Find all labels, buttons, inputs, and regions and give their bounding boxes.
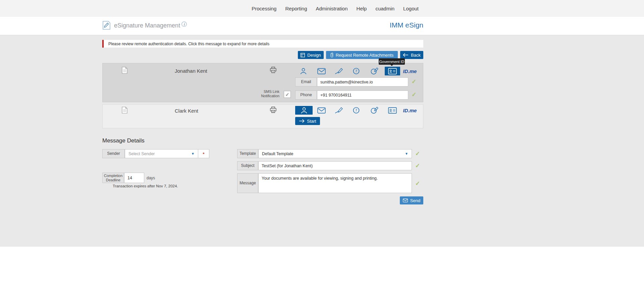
start-arrow-icon bbox=[299, 119, 305, 123]
security-questions-icon[interactable]: ? bbox=[349, 106, 364, 115]
email-auth-icon[interactable] bbox=[314, 67, 329, 75]
signer-icon[interactable] bbox=[295, 106, 313, 115]
email-valid-icon: ✓ bbox=[412, 78, 416, 85]
idme-button[interactable]: ID.me bbox=[402, 67, 418, 75]
nav-item-administration[interactable]: Administration bbox=[316, 6, 348, 11]
nav-item-help[interactable]: Help bbox=[357, 6, 367, 11]
design-icon bbox=[301, 53, 305, 57]
days-label: days bbox=[147, 176, 155, 180]
email-input[interactable] bbox=[317, 77, 408, 86]
message-textarea[interactable]: Your documents are available for viewing… bbox=[258, 173, 412, 193]
phone-valid-icon: ✓ bbox=[412, 91, 416, 98]
template-valid-icon: ✓ bbox=[415, 150, 420, 157]
nav-item-logout[interactable]: Logout bbox=[403, 6, 419, 11]
idme-logo: ID.me bbox=[403, 108, 417, 113]
back-arrow-icon bbox=[403, 53, 409, 57]
phone-label: Phone bbox=[295, 90, 317, 100]
sender-select[interactable]: Select Sender ▼ bbox=[125, 149, 198, 158]
chevron-down-icon: ▼ bbox=[191, 152, 195, 156]
notification-banner[interactable]: Please review remote authentication deta… bbox=[102, 40, 423, 48]
brand-logo: IMM eSign bbox=[390, 21, 423, 29]
chevron-down-icon: ▼ bbox=[405, 152, 408, 156]
page-title: eSignature Management bbox=[114, 22, 180, 29]
completion-deadline-label: Completion Deadline bbox=[102, 173, 124, 183]
recipient-row-jonathan-kent: Jonathan Kent ? ID.me Email ✓ SMS Link N… bbox=[102, 63, 423, 102]
template-label: Template bbox=[237, 149, 258, 158]
request-remote-attachments-button[interactable]: Request Remote Attachments bbox=[326, 51, 398, 59]
paperclip-icon bbox=[330, 52, 333, 58]
nav-item-processing[interactable]: Processing bbox=[252, 6, 276, 11]
signature-icon[interactable] bbox=[331, 106, 347, 115]
completion-deadline-input[interactable] bbox=[124, 173, 144, 183]
government-id-tooltip: Government ID bbox=[379, 58, 405, 65]
remote-signature-icon[interactable] bbox=[367, 67, 382, 75]
sender-required-indicator: * bbox=[198, 149, 209, 158]
sender-selected-value: Select Sender bbox=[128, 152, 155, 156]
send-envelope-icon bbox=[403, 198, 408, 202]
subject-label: Subject bbox=[237, 161, 258, 170]
message-details-heading: Message Details bbox=[102, 137, 145, 144]
email-label: Email bbox=[295, 77, 317, 86]
expiration-note: Transaction expires after Nov 7, 2024. bbox=[113, 184, 178, 188]
email-auth-icon[interactable] bbox=[314, 106, 329, 115]
start-button[interactable]: Start bbox=[295, 117, 320, 125]
sms-notification-checkbox[interactable]: ✓ bbox=[284, 91, 291, 98]
remote-signature-icon[interactable] bbox=[367, 106, 382, 115]
sender-label: Sender bbox=[102, 149, 125, 158]
template-selected-value: Default Template bbox=[262, 152, 293, 156]
design-button[interactable]: Design bbox=[298, 51, 324, 59]
send-button[interactable]: Send bbox=[400, 196, 423, 204]
template-select[interactable]: Default Template ▼ bbox=[258, 149, 412, 158]
back-button[interactable]: Back bbox=[400, 51, 423, 59]
sms-link-notification-label: SMS Link Notification bbox=[249, 89, 279, 98]
message-label: Message bbox=[237, 173, 258, 193]
government-id-icon[interactable] bbox=[385, 106, 400, 115]
document-icon[interactable] bbox=[122, 67, 127, 75]
idme-logo: ID.me bbox=[403, 68, 417, 74]
recipient-name: Jonathan Kent bbox=[175, 68, 207, 74]
signer-icon[interactable] bbox=[296, 67, 311, 75]
nav-item-cuadmin[interactable]: cuadmin bbox=[375, 6, 394, 11]
subject-valid-icon: ✓ bbox=[415, 162, 420, 169]
government-id-icon[interactable] bbox=[385, 67, 400, 75]
document-icon[interactable] bbox=[122, 107, 127, 115]
nav-item-reporting[interactable]: Reporting bbox=[285, 6, 307, 11]
security-questions-icon[interactable]: ? bbox=[349, 67, 364, 75]
svg-text:i: i bbox=[183, 22, 185, 26]
recipient-row-clark-kent: Clark Kent ? ID.me Start bbox=[102, 104, 423, 128]
esign-document-icon bbox=[102, 21, 111, 31]
signature-icon[interactable] bbox=[331, 67, 347, 75]
phone-input[interactable] bbox=[317, 90, 408, 100]
page-header bbox=[0, 17, 644, 35]
message-valid-icon: ✓ bbox=[415, 180, 420, 187]
svg-text:?: ? bbox=[355, 108, 357, 113]
print-icon[interactable] bbox=[270, 66, 277, 74]
info-icon[interactable]: i bbox=[181, 21, 187, 28]
checkbox-check-icon: ✓ bbox=[285, 92, 289, 97]
svg-text:?: ? bbox=[355, 69, 357, 73]
notification-text: Please review remote authentication deta… bbox=[108, 42, 269, 46]
top-nav: Processing Reporting Administration Help… bbox=[252, 0, 419, 17]
subject-input[interactable] bbox=[258, 161, 412, 170]
recipient-name: Clark Kent bbox=[175, 108, 198, 114]
idme-button[interactable]: ID.me bbox=[402, 106, 418, 115]
print-icon[interactable] bbox=[270, 106, 277, 114]
